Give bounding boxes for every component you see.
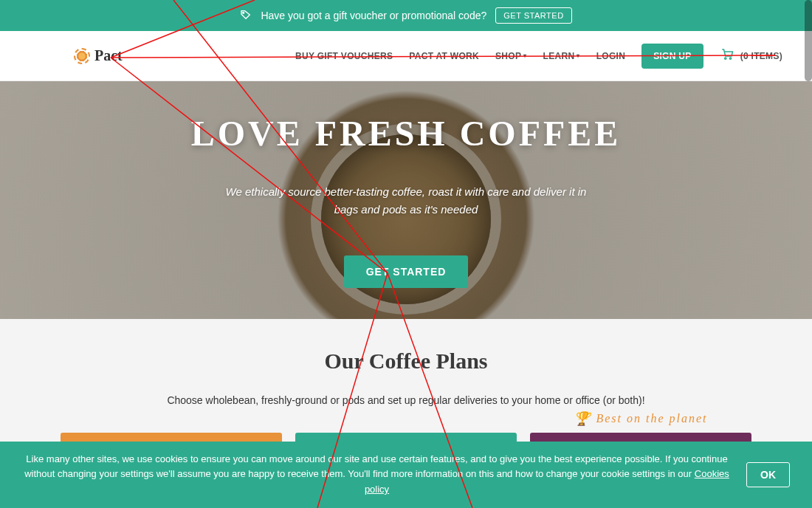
brand-logo[interactable]: Pact (74, 47, 123, 64)
logo-icon (74, 48, 90, 64)
promo-get-started-button[interactable]: GET STARTED (495, 7, 571, 24)
hero-get-started-button[interactable]: GET STARTED (344, 255, 469, 288)
chevron-down-icon: ▾ (577, 52, 579, 59)
cart-count: (0 ITEMS) (740, 51, 782, 61)
promo-text: Have you got a gift voucher or promotion… (261, 10, 486, 21)
plans-title: Our Coffee Plans (0, 349, 812, 374)
cookie-text: Like many other sites, we use cookies to… (22, 452, 732, 498)
hero-subtext: We ethically source better-tasting coffe… (221, 183, 591, 219)
signup-button[interactable]: SIGN UP (641, 44, 703, 69)
nav-pact-at-work[interactable]: PACT AT WORK (409, 51, 479, 61)
svg-point-2 (729, 58, 731, 59)
brand-name: Pact (94, 47, 123, 64)
svg-point-0 (243, 12, 244, 13)
tag-icon (240, 9, 252, 23)
best-badge: 🏆 Best on the planet (574, 411, 707, 427)
svg-point-1 (724, 58, 726, 59)
cookie-banner: Like many other sites, we use cookies to… (0, 442, 812, 508)
cart-link[interactable]: (0 ITEMS) (720, 47, 782, 64)
hero-headline: LOVE FRESH COFFEE (191, 113, 622, 154)
scrollbar[interactable] (805, 0, 812, 81)
cookie-ok-button[interactable]: OK (746, 462, 790, 487)
nav-shop[interactable]: SHOP▾ (495, 51, 527, 61)
promo-bar: Have you got a gift voucher or promotion… (0, 0, 812, 31)
cart-icon (720, 47, 734, 64)
nav-links: BUY GIFT VOUCHERS PACT AT WORK SHOP▾ LEA… (295, 44, 782, 69)
trophy-icon: 🏆 (574, 411, 591, 427)
plans-subtext: Choose wholebean, freshly-ground or pods… (0, 394, 812, 406)
nav-buy-gift-vouchers[interactable]: BUY GIFT VOUCHERS (295, 51, 393, 61)
hero-section: LOVE FRESH COFFEE We ethically source be… (0, 81, 812, 319)
nav-learn[interactable]: LEARN▾ (543, 51, 580, 61)
navbar: Pact BUY GIFT VOUCHERS PACT AT WORK SHOP… (0, 31, 812, 81)
chevron-down-icon: ▾ (523, 52, 526, 59)
nav-login[interactable]: LOGIN (596, 51, 626, 61)
